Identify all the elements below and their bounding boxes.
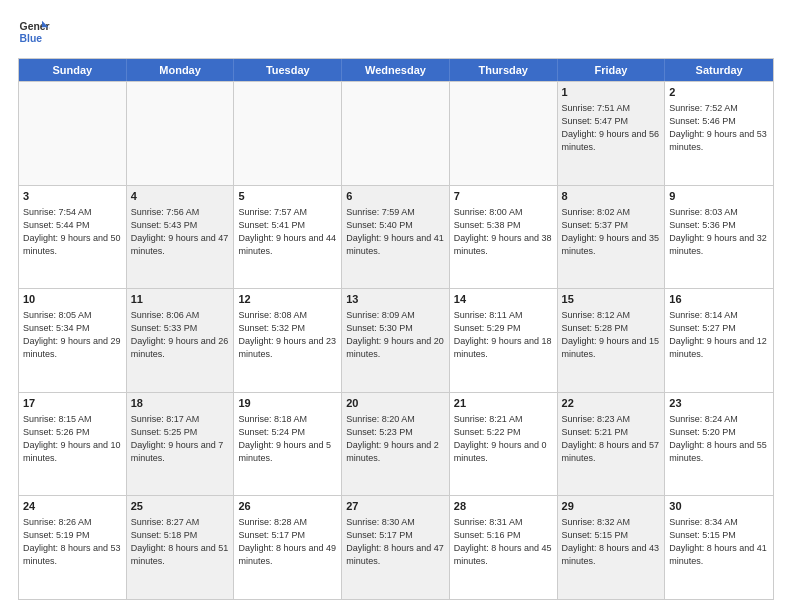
cell-info-line: Sunset: 5:41 PM bbox=[238, 219, 337, 232]
cell-info-line: Sunrise: 8:30 AM bbox=[346, 516, 445, 529]
calendar-cell bbox=[342, 82, 450, 185]
header-cell-saturday: Saturday bbox=[665, 59, 773, 81]
calendar-cell: 11Sunrise: 8:06 AMSunset: 5:33 PMDayligh… bbox=[127, 289, 235, 392]
cell-info-line: Daylight: 9 hours and 35 minutes. bbox=[562, 232, 661, 258]
cell-info-line: Sunrise: 8:17 AM bbox=[131, 413, 230, 426]
calendar-body: 1Sunrise: 7:51 AMSunset: 5:47 PMDaylight… bbox=[19, 81, 773, 599]
cell-info-line: Daylight: 8 hours and 49 minutes. bbox=[238, 542, 337, 568]
cell-info-line: Sunset: 5:40 PM bbox=[346, 219, 445, 232]
cell-info-line: Daylight: 9 hours and 53 minutes. bbox=[669, 128, 769, 154]
cell-info-line: Sunset: 5:26 PM bbox=[23, 426, 122, 439]
day-number: 12 bbox=[238, 292, 337, 308]
calendar-cell: 6Sunrise: 7:59 AMSunset: 5:40 PMDaylight… bbox=[342, 186, 450, 289]
cell-info-line: Sunset: 5:22 PM bbox=[454, 426, 553, 439]
calendar-cell: 4Sunrise: 7:56 AMSunset: 5:43 PMDaylight… bbox=[127, 186, 235, 289]
cell-info-line: Daylight: 8 hours and 41 minutes. bbox=[669, 542, 769, 568]
cell-info-line: Sunset: 5:16 PM bbox=[454, 529, 553, 542]
cell-info-line: Sunrise: 8:11 AM bbox=[454, 309, 553, 322]
day-number: 4 bbox=[131, 189, 230, 205]
cell-info-line: Daylight: 8 hours and 57 minutes. bbox=[562, 439, 661, 465]
cell-info-line: Sunrise: 7:56 AM bbox=[131, 206, 230, 219]
calendar-cell: 2Sunrise: 7:52 AMSunset: 5:46 PMDaylight… bbox=[665, 82, 773, 185]
cell-info-line: Sunrise: 8:09 AM bbox=[346, 309, 445, 322]
calendar-cell: 29Sunrise: 8:32 AMSunset: 5:15 PMDayligh… bbox=[558, 496, 666, 599]
cell-info-line: Sunrise: 8:26 AM bbox=[23, 516, 122, 529]
calendar-cell: 17Sunrise: 8:15 AMSunset: 5:26 PMDayligh… bbox=[19, 393, 127, 496]
cell-info-line: Sunset: 5:24 PM bbox=[238, 426, 337, 439]
calendar-cell: 25Sunrise: 8:27 AMSunset: 5:18 PMDayligh… bbox=[127, 496, 235, 599]
logo: General Blue bbox=[18, 16, 50, 48]
day-number: 28 bbox=[454, 499, 553, 515]
cell-info-line: Sunset: 5:18 PM bbox=[131, 529, 230, 542]
cell-info-line: Daylight: 9 hours and 0 minutes. bbox=[454, 439, 553, 465]
calendar-cell: 20Sunrise: 8:20 AMSunset: 5:23 PMDayligh… bbox=[342, 393, 450, 496]
cell-info-line: Sunrise: 7:57 AM bbox=[238, 206, 337, 219]
cell-info-line: Sunset: 5:38 PM bbox=[454, 219, 553, 232]
cell-info-line: Sunrise: 7:54 AM bbox=[23, 206, 122, 219]
cell-info-line: Sunset: 5:44 PM bbox=[23, 219, 122, 232]
calendar-cell: 23Sunrise: 8:24 AMSunset: 5:20 PMDayligh… bbox=[665, 393, 773, 496]
cell-info-line: Daylight: 9 hours and 44 minutes. bbox=[238, 232, 337, 258]
cell-info-line: Sunset: 5:43 PM bbox=[131, 219, 230, 232]
calendar-cell: 10Sunrise: 8:05 AMSunset: 5:34 PMDayligh… bbox=[19, 289, 127, 392]
day-number: 23 bbox=[669, 396, 769, 412]
calendar-header: SundayMondayTuesdayWednesdayThursdayFrid… bbox=[19, 59, 773, 81]
calendar-cell: 16Sunrise: 8:14 AMSunset: 5:27 PMDayligh… bbox=[665, 289, 773, 392]
cell-info-line: Daylight: 8 hours and 47 minutes. bbox=[346, 542, 445, 568]
cell-info-line: Sunset: 5:29 PM bbox=[454, 322, 553, 335]
calendar-cell: 3Sunrise: 7:54 AMSunset: 5:44 PMDaylight… bbox=[19, 186, 127, 289]
cell-info-line: Sunset: 5:33 PM bbox=[131, 322, 230, 335]
cell-info-line: Daylight: 8 hours and 43 minutes. bbox=[562, 542, 661, 568]
cell-info-line: Daylight: 9 hours and 20 minutes. bbox=[346, 335, 445, 361]
cell-info-line: Daylight: 8 hours and 51 minutes. bbox=[131, 542, 230, 568]
day-number: 14 bbox=[454, 292, 553, 308]
cell-info-line: Sunrise: 8:12 AM bbox=[562, 309, 661, 322]
cell-info-line: Daylight: 9 hours and 41 minutes. bbox=[346, 232, 445, 258]
header-cell-wednesday: Wednesday bbox=[342, 59, 450, 81]
cell-info-line: Sunset: 5:25 PM bbox=[131, 426, 230, 439]
day-number: 3 bbox=[23, 189, 122, 205]
calendar-cell: 26Sunrise: 8:28 AMSunset: 5:17 PMDayligh… bbox=[234, 496, 342, 599]
day-number: 7 bbox=[454, 189, 553, 205]
cell-info-line: Sunset: 5:46 PM bbox=[669, 115, 769, 128]
cell-info-line: Sunrise: 8:00 AM bbox=[454, 206, 553, 219]
day-number: 5 bbox=[238, 189, 337, 205]
cell-info-line: Daylight: 9 hours and 56 minutes. bbox=[562, 128, 661, 154]
cell-info-line: Sunset: 5:15 PM bbox=[669, 529, 769, 542]
day-number: 9 bbox=[669, 189, 769, 205]
cell-info-line: Sunrise: 8:23 AM bbox=[562, 413, 661, 426]
cell-info-line: Sunset: 5:37 PM bbox=[562, 219, 661, 232]
day-number: 26 bbox=[238, 499, 337, 515]
cell-info-line: Daylight: 9 hours and 18 minutes. bbox=[454, 335, 553, 361]
day-number: 2 bbox=[669, 85, 769, 101]
cell-info-line: Sunrise: 8:08 AM bbox=[238, 309, 337, 322]
day-number: 19 bbox=[238, 396, 337, 412]
cell-info-line: Sunset: 5:28 PM bbox=[562, 322, 661, 335]
cell-info-line: Sunset: 5:17 PM bbox=[238, 529, 337, 542]
cell-info-line: Daylight: 9 hours and 47 minutes. bbox=[131, 232, 230, 258]
cell-info-line: Sunrise: 8:32 AM bbox=[562, 516, 661, 529]
cell-info-line: Sunset: 5:19 PM bbox=[23, 529, 122, 542]
calendar-cell: 18Sunrise: 8:17 AMSunset: 5:25 PMDayligh… bbox=[127, 393, 235, 496]
cell-info-line: Daylight: 9 hours and 10 minutes. bbox=[23, 439, 122, 465]
cell-info-line: Sunrise: 8:31 AM bbox=[454, 516, 553, 529]
cell-info-line: Daylight: 8 hours and 53 minutes. bbox=[23, 542, 122, 568]
cell-info-line: Sunset: 5:23 PM bbox=[346, 426, 445, 439]
cell-info-line: Sunrise: 8:34 AM bbox=[669, 516, 769, 529]
calendar-cell: 15Sunrise: 8:12 AMSunset: 5:28 PMDayligh… bbox=[558, 289, 666, 392]
calendar-row-2: 3Sunrise: 7:54 AMSunset: 5:44 PMDaylight… bbox=[19, 185, 773, 289]
calendar-cell: 27Sunrise: 8:30 AMSunset: 5:17 PMDayligh… bbox=[342, 496, 450, 599]
calendar-cell: 5Sunrise: 7:57 AMSunset: 5:41 PMDaylight… bbox=[234, 186, 342, 289]
cell-info-line: Daylight: 8 hours and 45 minutes. bbox=[454, 542, 553, 568]
calendar-cell: 12Sunrise: 8:08 AMSunset: 5:32 PMDayligh… bbox=[234, 289, 342, 392]
cell-info-line: Daylight: 8 hours and 55 minutes. bbox=[669, 439, 769, 465]
cell-info-line: Sunrise: 8:05 AM bbox=[23, 309, 122, 322]
cell-info-line: Sunset: 5:34 PM bbox=[23, 322, 122, 335]
cell-info-line: Daylight: 9 hours and 23 minutes. bbox=[238, 335, 337, 361]
cell-info-line: Sunrise: 8:03 AM bbox=[669, 206, 769, 219]
calendar-cell bbox=[19, 82, 127, 185]
cell-info-line: Sunrise: 8:27 AM bbox=[131, 516, 230, 529]
day-number: 16 bbox=[669, 292, 769, 308]
day-number: 6 bbox=[346, 189, 445, 205]
cell-info-line: Sunset: 5:21 PM bbox=[562, 426, 661, 439]
